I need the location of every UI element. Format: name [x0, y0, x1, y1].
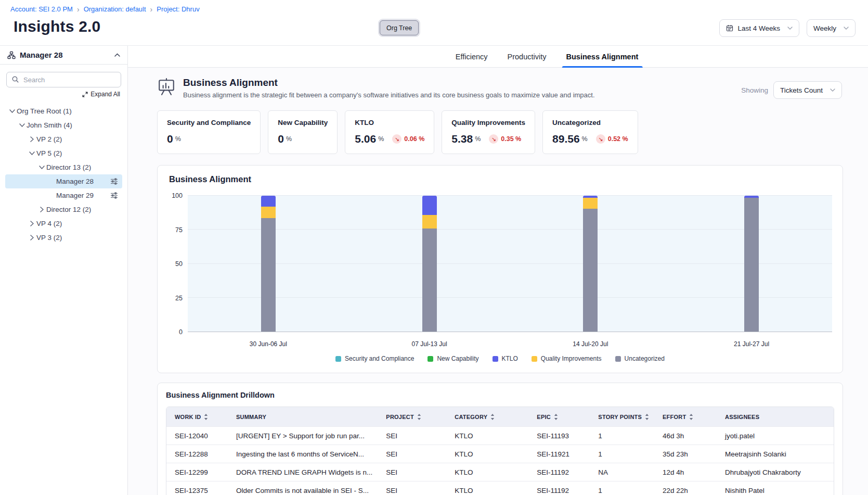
bar-segment-uncategorized[interactable] — [744, 198, 759, 332]
tree-item-director-12-2[interactable]: Director 12 (2) — [5, 202, 122, 217]
bar-segment-ktlo[interactable] — [261, 196, 276, 207]
breadcrumb-link[interactable]: Account: SEI 2.0 PM — [10, 5, 73, 13]
stat-card-title: Security and Compliance — [167, 119, 251, 126]
tab-business-alignment[interactable]: Business Alignment — [565, 46, 639, 68]
bar-segment-ktlo[interactable] — [583, 196, 598, 198]
search-icon — [11, 75, 19, 83]
legend-swatch — [532, 356, 537, 362]
bar-segment-ktlo[interactable] — [744, 196, 759, 198]
column-header-project[interactable]: PROJECT — [378, 407, 446, 426]
chevron-up-icon[interactable] — [114, 53, 120, 57]
sidebar-title: Manager 28 — [20, 50, 110, 59]
stat-card-unit: % — [475, 135, 481, 143]
column-header-work-id[interactable]: WORK ID — [166, 407, 228, 426]
showing-label: Showing — [741, 86, 768, 94]
drilldown-table: WORK IDSUMMARYPROJECTCATEGORYEPICSTORY P… — [166, 407, 834, 495]
stat-card-value-row: 0% — [278, 133, 328, 145]
bar-segment-uncategorized[interactable] — [583, 209, 598, 332]
chevron-down-icon[interactable] — [7, 109, 17, 113]
cell-assignees: jyoti.patel — [717, 426, 834, 445]
bar-segment-ktlo[interactable] — [422, 196, 437, 215]
legend-item-new-capability[interactable]: New Capability — [427, 355, 478, 362]
search-input[interactable] — [6, 72, 121, 87]
cell-work-id: SEI-12040 — [166, 426, 228, 445]
tree-item-john-smith-4[interactable]: John Smith (4) — [5, 118, 122, 132]
granularity-select[interactable]: Weekly — [807, 19, 856, 37]
y-axis-tick: 0 — [179, 328, 183, 336]
cell-project: SEI — [378, 463, 446, 481]
legend-item-uncategorized[interactable]: Uncategorized — [615, 355, 665, 362]
date-range-select[interactable]: Last 4 Weeks — [719, 19, 799, 37]
tree-item-vp-3-2[interactable]: VP 3 (2) — [5, 231, 122, 245]
bar-segment-quality-improvements[interactable] — [422, 215, 437, 229]
table-row[interactable]: SEI-12375Older Commits is not available … — [166, 481, 834, 495]
bar-segment-quality-improvements[interactable] — [261, 207, 276, 218]
calendar-icon — [726, 24, 733, 32]
chevron-down-icon[interactable] — [17, 123, 27, 127]
tree-item-manager-28[interactable]: Manager 28 — [5, 174, 122, 188]
tree-item-label: Org Tree Root (1) — [17, 107, 72, 115]
tree-item-label: Manager 28 — [56, 177, 94, 185]
table-row[interactable]: SEI-12040[URGENT] EY > Support for job r… — [166, 426, 834, 445]
stat-card-unit: % — [286, 135, 292, 143]
bar-segment-uncategorized[interactable] — [261, 218, 276, 332]
chevron-right-icon[interactable] — [27, 136, 36, 142]
y-axis-tick: 25 — [175, 295, 183, 302]
cell-category: KTLO — [446, 445, 528, 463]
column-header-label: WORK ID — [175, 414, 201, 420]
tree-item-label: John Smith (4) — [27, 121, 72, 129]
legend-item-security-and-compliance[interactable]: Security and Compliance — [335, 355, 414, 362]
business-alignment-chart-card: Business Alignment 0255075100 30 Jun-06 … — [157, 165, 843, 373]
cell-effort: 12d 4h — [654, 463, 717, 481]
showing-select[interactable]: Tickets Count — [773, 81, 842, 99]
stat-cards-row: Security and Compliance0%New Capability0… — [157, 110, 843, 154]
table-row[interactable]: SEI-12288Ingesting the last 6 months of … — [166, 445, 834, 463]
cell-story-points: 1 — [590, 481, 654, 495]
cell-summary: [URGENT] EY > Support for job run par... — [228, 426, 378, 445]
cell-project: SEI — [378, 481, 446, 495]
chevron-down-icon[interactable] — [37, 166, 46, 169]
tab-efficiency[interactable]: Efficiency — [455, 46, 489, 68]
column-header-label: PROJECT — [386, 414, 414, 420]
tab-productivity[interactable]: Productivity — [507, 46, 548, 68]
chevron-down-icon[interactable] — [27, 151, 36, 155]
tree-item-vp-5-2[interactable]: VP 5 (2) — [5, 146, 122, 160]
org-tree-button[interactable]: Org Tree — [380, 20, 419, 35]
legend-item-quality-improvements[interactable]: Quality Improvements — [532, 355, 602, 362]
legend-item-ktlo[interactable]: KTLO — [493, 355, 518, 362]
trend-down-icon: ↘ — [596, 134, 605, 144]
tree-item-director-13-2[interactable]: Director 13 (2) — [5, 160, 122, 174]
tune-icon[interactable] — [110, 178, 118, 185]
table-row[interactable]: SEI-12299DORA TREND LINE GRAPH Widgets i… — [166, 463, 834, 481]
granularity-value: Weekly — [813, 24, 836, 32]
bar-segment-uncategorized[interactable] — [422, 229, 437, 332]
tree-item-vp-4-2[interactable]: VP 4 (2) — [5, 217, 122, 231]
cell-story-points: NA — [590, 463, 654, 481]
cell-assignees: Dhrubajyoti Chakraborty — [717, 463, 834, 481]
tree-item-org-tree-root-1[interactable]: Org Tree Root (1) — [5, 104, 122, 118]
chevron-right-icon[interactable] — [27, 221, 36, 226]
chevron-right-icon[interactable] — [27, 235, 36, 240]
bar-segment-quality-improvements[interactable] — [583, 198, 598, 209]
expand-icon — [82, 92, 88, 97]
tree-item-manager-29[interactable]: Manager 29 — [5, 188, 122, 202]
chevron-right-icon[interactable] — [37, 207, 46, 212]
tune-icon[interactable] — [110, 192, 118, 199]
legend-label: KTLO — [502, 355, 518, 362]
expand-all-button[interactable]: Expand All — [7, 91, 120, 98]
trend-down-icon: ↘ — [489, 134, 498, 144]
column-header-epic[interactable]: EPIC — [528, 407, 590, 426]
legend-label: Uncategorized — [625, 355, 665, 362]
trend-delta-value: 0.06 % — [404, 135, 424, 143]
tree-item-vp-2-2[interactable]: VP 2 (2) — [5, 132, 122, 146]
column-header-effort[interactable]: EFFORT — [654, 407, 717, 426]
sort-icon — [645, 414, 649, 420]
column-header-story-points[interactable]: STORY POINTS — [590, 407, 654, 426]
stat-card-ktlo: KTLO5.06%↘0.06 % — [345, 110, 434, 154]
column-header-category[interactable]: CATEGORY — [446, 407, 528, 426]
stat-card-quality-improvements: Quality Improvements5.38%↘0.35 % — [442, 110, 535, 154]
x-axis-label: 14 Jul-20 Jul — [573, 340, 608, 348]
breadcrumb-link[interactable]: Project: Dhruv — [157, 5, 199, 13]
stat-card-unit: % — [582, 135, 588, 143]
breadcrumb-link[interactable]: Organization: default — [84, 5, 146, 13]
